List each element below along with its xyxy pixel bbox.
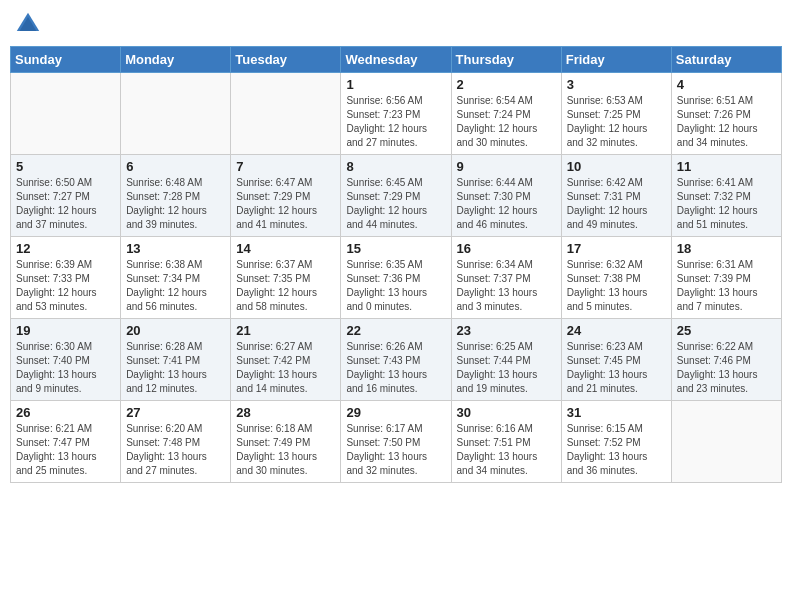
day-number: 20 <box>126 323 225 338</box>
day-number: 23 <box>457 323 556 338</box>
day-info: Sunrise: 6:51 AM Sunset: 7:26 PM Dayligh… <box>677 94 776 150</box>
calendar-cell: 19Sunrise: 6:30 AM Sunset: 7:40 PM Dayli… <box>11 319 121 401</box>
logo-icon <box>14 10 42 38</box>
calendar-cell: 12Sunrise: 6:39 AM Sunset: 7:33 PM Dayli… <box>11 237 121 319</box>
day-number: 25 <box>677 323 776 338</box>
calendar-cell: 30Sunrise: 6:16 AM Sunset: 7:51 PM Dayli… <box>451 401 561 483</box>
day-number: 7 <box>236 159 335 174</box>
day-info: Sunrise: 6:22 AM Sunset: 7:46 PM Dayligh… <box>677 340 776 396</box>
day-number: 14 <box>236 241 335 256</box>
calendar-cell: 4Sunrise: 6:51 AM Sunset: 7:26 PM Daylig… <box>671 73 781 155</box>
day-info: Sunrise: 6:15 AM Sunset: 7:52 PM Dayligh… <box>567 422 666 478</box>
logo <box>14 10 46 38</box>
day-info: Sunrise: 6:54 AM Sunset: 7:24 PM Dayligh… <box>457 94 556 150</box>
day-info: Sunrise: 6:50 AM Sunset: 7:27 PM Dayligh… <box>16 176 115 232</box>
day-info: Sunrise: 6:20 AM Sunset: 7:48 PM Dayligh… <box>126 422 225 478</box>
day-number: 8 <box>346 159 445 174</box>
day-info: Sunrise: 6:30 AM Sunset: 7:40 PM Dayligh… <box>16 340 115 396</box>
calendar-cell: 22Sunrise: 6:26 AM Sunset: 7:43 PM Dayli… <box>341 319 451 401</box>
day-info: Sunrise: 6:25 AM Sunset: 7:44 PM Dayligh… <box>457 340 556 396</box>
day-info: Sunrise: 6:23 AM Sunset: 7:45 PM Dayligh… <box>567 340 666 396</box>
calendar-cell: 18Sunrise: 6:31 AM Sunset: 7:39 PM Dayli… <box>671 237 781 319</box>
calendar-cell <box>11 73 121 155</box>
calendar-cell: 10Sunrise: 6:42 AM Sunset: 7:31 PM Dayli… <box>561 155 671 237</box>
day-info: Sunrise: 6:39 AM Sunset: 7:33 PM Dayligh… <box>16 258 115 314</box>
day-number: 17 <box>567 241 666 256</box>
day-number: 4 <box>677 77 776 92</box>
day-info: Sunrise: 6:18 AM Sunset: 7:49 PM Dayligh… <box>236 422 335 478</box>
day-number: 12 <box>16 241 115 256</box>
calendar-cell: 27Sunrise: 6:20 AM Sunset: 7:48 PM Dayli… <box>121 401 231 483</box>
day-number: 9 <box>457 159 556 174</box>
calendar-table: SundayMondayTuesdayWednesdayThursdayFrid… <box>10 46 782 483</box>
day-number: 19 <box>16 323 115 338</box>
calendar-header-row: SundayMondayTuesdayWednesdayThursdayFrid… <box>11 47 782 73</box>
calendar-cell: 2Sunrise: 6:54 AM Sunset: 7:24 PM Daylig… <box>451 73 561 155</box>
calendar-cell: 20Sunrise: 6:28 AM Sunset: 7:41 PM Dayli… <box>121 319 231 401</box>
day-number: 3 <box>567 77 666 92</box>
weekday-header-wednesday: Wednesday <box>341 47 451 73</box>
day-number: 15 <box>346 241 445 256</box>
day-info: Sunrise: 6:42 AM Sunset: 7:31 PM Dayligh… <box>567 176 666 232</box>
day-info: Sunrise: 6:41 AM Sunset: 7:32 PM Dayligh… <box>677 176 776 232</box>
calendar-cell: 9Sunrise: 6:44 AM Sunset: 7:30 PM Daylig… <box>451 155 561 237</box>
day-info: Sunrise: 6:17 AM Sunset: 7:50 PM Dayligh… <box>346 422 445 478</box>
calendar-cell: 29Sunrise: 6:17 AM Sunset: 7:50 PM Dayli… <box>341 401 451 483</box>
weekday-header-monday: Monday <box>121 47 231 73</box>
calendar-cell: 3Sunrise: 6:53 AM Sunset: 7:25 PM Daylig… <box>561 73 671 155</box>
day-number: 21 <box>236 323 335 338</box>
day-number: 6 <box>126 159 225 174</box>
day-info: Sunrise: 6:34 AM Sunset: 7:37 PM Dayligh… <box>457 258 556 314</box>
day-info: Sunrise: 6:56 AM Sunset: 7:23 PM Dayligh… <box>346 94 445 150</box>
calendar-cell: 13Sunrise: 6:38 AM Sunset: 7:34 PM Dayli… <box>121 237 231 319</box>
calendar-cell: 7Sunrise: 6:47 AM Sunset: 7:29 PM Daylig… <box>231 155 341 237</box>
day-info: Sunrise: 6:27 AM Sunset: 7:42 PM Dayligh… <box>236 340 335 396</box>
calendar-cell: 26Sunrise: 6:21 AM Sunset: 7:47 PM Dayli… <box>11 401 121 483</box>
day-info: Sunrise: 6:28 AM Sunset: 7:41 PM Dayligh… <box>126 340 225 396</box>
calendar-cell: 31Sunrise: 6:15 AM Sunset: 7:52 PM Dayli… <box>561 401 671 483</box>
day-info: Sunrise: 6:16 AM Sunset: 7:51 PM Dayligh… <box>457 422 556 478</box>
calendar-week-row: 12Sunrise: 6:39 AM Sunset: 7:33 PM Dayli… <box>11 237 782 319</box>
day-number: 22 <box>346 323 445 338</box>
calendar-cell <box>231 73 341 155</box>
day-number: 29 <box>346 405 445 420</box>
calendar-cell: 24Sunrise: 6:23 AM Sunset: 7:45 PM Dayli… <box>561 319 671 401</box>
day-info: Sunrise: 6:31 AM Sunset: 7:39 PM Dayligh… <box>677 258 776 314</box>
calendar-week-row: 19Sunrise: 6:30 AM Sunset: 7:40 PM Dayli… <box>11 319 782 401</box>
day-number: 13 <box>126 241 225 256</box>
day-info: Sunrise: 6:47 AM Sunset: 7:29 PM Dayligh… <box>236 176 335 232</box>
calendar-week-row: 26Sunrise: 6:21 AM Sunset: 7:47 PM Dayli… <box>11 401 782 483</box>
weekday-header-friday: Friday <box>561 47 671 73</box>
weekday-header-tuesday: Tuesday <box>231 47 341 73</box>
calendar-cell: 17Sunrise: 6:32 AM Sunset: 7:38 PM Dayli… <box>561 237 671 319</box>
calendar-week-row: 5Sunrise: 6:50 AM Sunset: 7:27 PM Daylig… <box>11 155 782 237</box>
day-info: Sunrise: 6:37 AM Sunset: 7:35 PM Dayligh… <box>236 258 335 314</box>
day-info: Sunrise: 6:53 AM Sunset: 7:25 PM Dayligh… <box>567 94 666 150</box>
calendar-cell: 8Sunrise: 6:45 AM Sunset: 7:29 PM Daylig… <box>341 155 451 237</box>
calendar-cell: 6Sunrise: 6:48 AM Sunset: 7:28 PM Daylig… <box>121 155 231 237</box>
day-info: Sunrise: 6:38 AM Sunset: 7:34 PM Dayligh… <box>126 258 225 314</box>
calendar-cell: 14Sunrise: 6:37 AM Sunset: 7:35 PM Dayli… <box>231 237 341 319</box>
day-number: 26 <box>16 405 115 420</box>
day-number: 24 <box>567 323 666 338</box>
calendar-week-row: 1Sunrise: 6:56 AM Sunset: 7:23 PM Daylig… <box>11 73 782 155</box>
calendar-cell: 21Sunrise: 6:27 AM Sunset: 7:42 PM Dayli… <box>231 319 341 401</box>
weekday-header-thursday: Thursday <box>451 47 561 73</box>
day-info: Sunrise: 6:48 AM Sunset: 7:28 PM Dayligh… <box>126 176 225 232</box>
calendar-cell: 11Sunrise: 6:41 AM Sunset: 7:32 PM Dayli… <box>671 155 781 237</box>
day-info: Sunrise: 6:45 AM Sunset: 7:29 PM Dayligh… <box>346 176 445 232</box>
day-number: 18 <box>677 241 776 256</box>
day-info: Sunrise: 6:35 AM Sunset: 7:36 PM Dayligh… <box>346 258 445 314</box>
calendar-cell: 23Sunrise: 6:25 AM Sunset: 7:44 PM Dayli… <box>451 319 561 401</box>
day-info: Sunrise: 6:26 AM Sunset: 7:43 PM Dayligh… <box>346 340 445 396</box>
calendar-cell <box>671 401 781 483</box>
day-number: 2 <box>457 77 556 92</box>
page-header <box>10 10 782 38</box>
day-info: Sunrise: 6:44 AM Sunset: 7:30 PM Dayligh… <box>457 176 556 232</box>
calendar-cell: 1Sunrise: 6:56 AM Sunset: 7:23 PM Daylig… <box>341 73 451 155</box>
day-number: 27 <box>126 405 225 420</box>
day-number: 11 <box>677 159 776 174</box>
day-number: 16 <box>457 241 556 256</box>
day-number: 31 <box>567 405 666 420</box>
day-number: 28 <box>236 405 335 420</box>
